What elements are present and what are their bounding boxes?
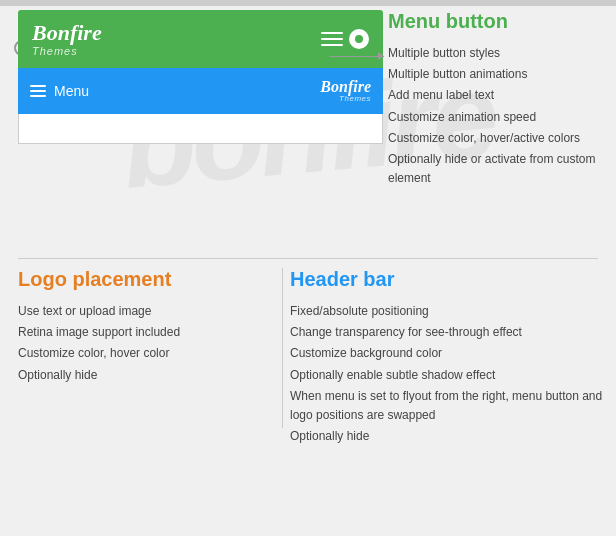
- list-item: Multiple button animations: [388, 64, 606, 85]
- menu-label: Menu: [54, 83, 89, 99]
- list-item: Optionally enable subtle shadow effect: [290, 365, 606, 386]
- menu-button-features: Multiple button stylesMultiple button an…: [388, 43, 606, 189]
- list-item: Optionally hide: [18, 365, 283, 386]
- logo-sub: Themes: [32, 45, 102, 57]
- list-item: Add menu label text: [388, 85, 606, 106]
- menu-left: Menu: [30, 83, 89, 99]
- hamburger-area[interactable]: [321, 29, 369, 49]
- logo-area: Bonfire Themes: [32, 21, 102, 57]
- hamburger-icon[interactable]: [321, 32, 343, 46]
- logo-placement-title: Logo placement: [18, 268, 283, 291]
- menu-logo: Bonfire Themes: [320, 78, 371, 104]
- preview-area: Bonfire Themes Menu Bonfire Themes: [18, 10, 383, 144]
- list-item: Use text or upload image: [18, 301, 283, 322]
- logo-placement-panel: Logo placement Use text or upload imageR…: [18, 268, 283, 386]
- menu-logo-main: Bonfire: [320, 78, 371, 96]
- top-bar: [0, 0, 616, 6]
- list-item: Customize color, hover color: [18, 343, 283, 364]
- menu-icon: [30, 85, 46, 97]
- list-item: Customize animation speed: [388, 107, 606, 128]
- list-item: Optionally hide: [290, 426, 606, 447]
- header-bar-panel: Header bar Fixed/absolute positioningCha…: [290, 268, 606, 447]
- header-bar-title: Header bar: [290, 268, 606, 291]
- list-item: When menu is set to flyout from the righ…: [290, 386, 606, 426]
- logo-placement-features: Use text or upload imageRetina image sup…: [18, 301, 283, 386]
- connector-line: [329, 56, 384, 57]
- horizontal-divider: [18, 258, 598, 259]
- menu-button-title: Menu button: [388, 10, 606, 33]
- list-item: Multiple button styles: [388, 43, 606, 64]
- list-item: Customize background color: [290, 343, 606, 364]
- preview-bottom-border: [18, 114, 383, 144]
- list-item: Customize color, hover/active colors: [388, 128, 606, 149]
- circle-indicator: [349, 29, 369, 49]
- list-item: Optionally hide or activate from custom …: [388, 149, 606, 189]
- header-bar-preview: Bonfire Themes: [18, 10, 383, 68]
- list-item: Change transparency for see-through effe…: [290, 322, 606, 343]
- list-item: Fixed/absolute positioning: [290, 301, 606, 322]
- menu-bar-preview: Menu Bonfire Themes: [18, 68, 383, 114]
- logo-main: Bonfire: [32, 21, 102, 45]
- menu-logo-sub: Themes: [339, 95, 371, 104]
- header-bar-features: Fixed/absolute positioningChange transpa…: [290, 301, 606, 447]
- menu-button-panel: Menu button Multiple button stylesMultip…: [388, 10, 606, 189]
- list-item: Retina image support included: [18, 322, 283, 343]
